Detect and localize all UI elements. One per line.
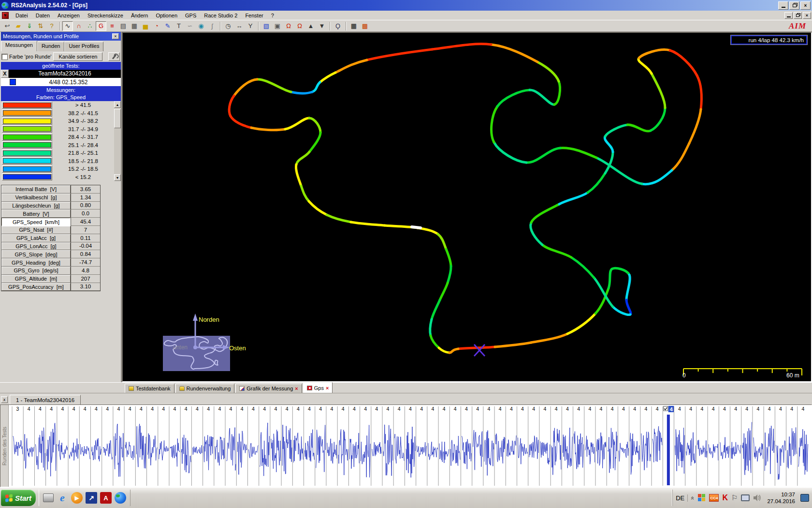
lap-number[interactable]: 4 [286,406,289,412]
legend-swatch[interactable] [2,125,52,133]
menu-item-streckenskizze[interactable]: Streckenskizze [84,12,127,19]
lap-number[interactable]: 4 [162,406,165,412]
legend-scrollbar[interactable]: ▲ ▼ [114,101,121,181]
open-test-icon[interactable]: ↩ [2,21,13,31]
view-tab-gps[interactable]: Gps× [303,382,333,393]
lap-strip[interactable]: Runden des Tests 34444444444444444444444… [0,404,812,487]
lap-number[interactable]: 4 [544,406,547,412]
legend-swatch[interactable] [2,173,52,180]
lap-number[interactable]: 4 [140,406,143,412]
lap-number[interactable]: 4 [779,406,782,412]
mdi-restore-button[interactable] [794,12,802,19]
lap-number[interactable]: 4 [263,406,266,412]
mdi-minimize-button[interactable] [784,12,793,19]
lap-number[interactable]: 4 [510,406,513,412]
lap-number[interactable]: 4 [342,406,345,412]
magnet-add-icon[interactable]: Ω [283,21,294,31]
legend-swatch[interactable] [2,157,52,164]
lap-number[interactable]: 4 [252,406,255,412]
lap-number[interactable]: 4 [364,406,367,412]
channel-button[interactable]: GPS_Slope[deg] [1,250,71,258]
scroll-thumb[interactable] [114,109,121,128]
lap-number[interactable]: 4 [151,406,154,412]
lap-number[interactable]: 4 [622,406,625,412]
distance-icon[interactable]: ↔ [234,21,245,31]
test-close-button[interactable]: X [1,70,9,78]
windows-update-icon[interactable] [698,494,706,502]
lap-number[interactable]: 4 [420,406,423,412]
lap-number[interactable]: 4 [712,406,715,412]
lap-number[interactable]: 4 [443,406,446,412]
gps-map-view[interactable]: untenNordenOsten060 m run 4/lap 48 42.3 … [122,32,812,382]
media-player-icon[interactable]: ▶ [71,492,83,504]
lap-number[interactable]: 4 [28,406,30,412]
lap-row[interactable]: 4/48 02.15.352 [1,78,121,86]
text-tool-icon[interactable]: T [174,21,184,31]
gps-window-icon[interactable] [2,12,9,19]
lap-number[interactable]: 4 [745,406,748,412]
color-per-lap-checkbox[interactable] [2,54,7,60]
channel-bars-icon[interactable]: ≡ [107,21,117,31]
lap-number[interactable]: 4 [241,406,244,412]
channel-button[interactable]: GPS_Heading[deg] [1,258,71,267]
run-app-icon[interactable]: ↗ [86,492,97,504]
gps-view-icon[interactable]: G [96,21,106,31]
lap-number[interactable]: 4 [801,406,804,412]
tray-clock[interactable]: 10:37 27.04.2016 [765,491,797,505]
lap-number[interactable]: 4 [768,406,771,412]
lap-number[interactable]: 4 [431,406,434,412]
table-report-icon[interactable]: ▦ [129,21,140,31]
scatter-view-icon[interactable]: ∴ [85,21,95,31]
lap-number[interactable]: 4 [387,406,390,412]
lap-number[interactable]: 4 [465,406,468,412]
menu-item-race-studio-2[interactable]: Race Studio 2 [200,12,241,19]
lap-color-swatch[interactable] [10,79,16,85]
axis-scale-icon[interactable]: Y [245,21,256,31]
lap-number[interactable]: 4 [723,406,726,412]
menu-item-daten[interactable]: Daten [32,12,54,19]
internet-explorer-icon[interactable]: e [57,492,68,504]
time-icon[interactable]: ◷ [223,21,233,31]
lap-number[interactable]: 4 [555,406,558,412]
lap-number[interactable]: 4 [297,406,300,412]
lap-number[interactable]: 4 [39,406,42,412]
channel-button[interactable]: GPS_LatAcc[g] [1,234,71,242]
hand-tool-icon[interactable]: ∽ [185,21,195,31]
menu-item-fenster[interactable]: Fenster [241,12,267,19]
chevron-up-icon[interactable]: « [689,496,696,499]
channel-button[interactable]: GPS_Altitude[m] [1,275,71,283]
panel-close-icon[interactable]: × [112,33,119,39]
lap-number[interactable]: 4 [588,406,591,412]
lap-number[interactable]: 4 [757,406,760,412]
menu-item-anzeigen[interactable]: Anzeigen [54,12,84,19]
tab-close-icon[interactable]: × [326,385,329,391]
legend-swatch[interactable] [2,102,52,109]
lap-number[interactable]: 4 [409,406,412,412]
scroll-up-icon[interactable]: ▲ [114,101,121,108]
lap-number[interactable]: 4 [129,406,131,412]
sort-channels-button[interactable]: Kanäle sortieren [53,52,102,61]
box-select-icon[interactable]: ▣ [272,21,283,31]
legend-swatch[interactable] [2,165,52,173]
lap-number[interactable]: 4 [117,406,120,412]
gauge-icon[interactable]: ◔ [151,21,162,31]
kaspersky-icon[interactable]: K [722,493,728,502]
aim-globe-icon[interactable] [115,492,126,504]
lap-number[interactable]: 4 [689,406,692,412]
lap-number[interactable]: 4 [50,406,53,412]
lap-number[interactable]: 4 [577,406,580,412]
graph-view-icon[interactable]: ∿ [62,21,73,31]
menu-item-gps[interactable]: GPS [181,12,200,19]
language-indicator[interactable]: DE [676,494,688,502]
channel-button[interactable]: GPS_LonAcc[g] [1,242,71,251]
lap-number[interactable]: 4 [230,406,232,412]
lap-number[interactable]: 4 [398,406,401,412]
lap-number[interactable]: 4 [218,406,221,412]
view-tab-grafik-der-messung[interactable]: Grafik der Messung× [235,384,302,393]
lap-number[interactable]: 4 [644,406,647,412]
histogram-table-icon[interactable]: ▅ [140,21,151,31]
legend-swatch[interactable] [2,141,52,149]
zoom-icon[interactable]: Ϙ [333,21,343,31]
lap-panel-tab[interactable]: 1 - TeamMofa23042016 [10,395,81,404]
volume-icon[interactable] [753,494,762,502]
